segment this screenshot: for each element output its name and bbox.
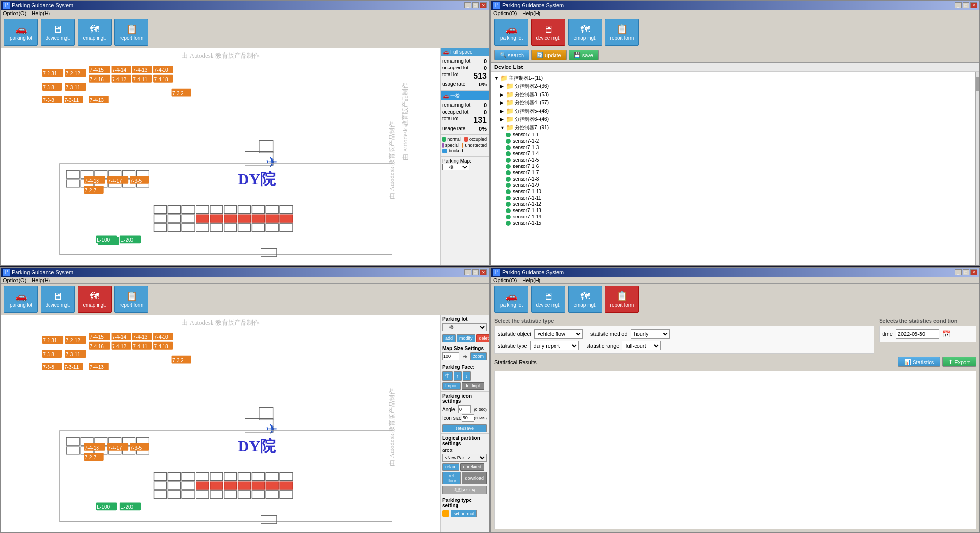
tree-node-11[interactable]: sensor7-1-5 xyxy=(505,157,973,163)
parking-lot-btn-1[interactable]: 🚗 parking lot xyxy=(4,19,38,46)
close-btn-1[interactable]: ✕ xyxy=(480,2,487,8)
download-btn[interactable]: download xyxy=(462,472,487,484)
close-btn-2[interactable]: ✕ xyxy=(970,2,977,8)
parking-map-select[interactable]: 一楼 xyxy=(442,164,469,170)
fullscreen-btn[interactable]: 截图(Alt＋A) xyxy=(442,486,487,494)
unrelated-btn[interactable]: unrelated xyxy=(460,463,485,471)
report-form-btn-4[interactable]: 📋 report form xyxy=(605,286,639,313)
minimize-btn-2[interactable]: _ xyxy=(955,2,962,8)
statistic-object-select[interactable]: vehicle flow xyxy=(534,329,583,339)
tree-node-17[interactable]: sensor7-1-11 xyxy=(505,195,973,201)
tree-node-8[interactable]: sensor7-1-2 xyxy=(505,138,973,144)
parking-lot-btn-2[interactable]: 🚗 parking lot xyxy=(494,19,528,46)
maximize-btn-2[interactable]: □ xyxy=(963,2,969,8)
statistics-btn[interactable]: 📊 Statistics xyxy=(898,357,940,367)
svg-text:7-3-8: 7-3-8 xyxy=(43,85,54,90)
zoom-btn[interactable]: zoom xyxy=(470,352,487,360)
parking-lot-btn-3[interactable]: 🚗 parking lot xyxy=(4,286,38,313)
device-tree-scrollbar[interactable] xyxy=(975,72,979,265)
tree-node-12[interactable]: sensor7-1-6 xyxy=(505,163,973,169)
tree-node-13[interactable]: sensor7-1-7 xyxy=(505,169,973,176)
tree-node-10[interactable]: sensor7-1-4 xyxy=(505,150,973,157)
tree-node-14[interactable]: sensor7-1-8 xyxy=(505,176,973,182)
minimize-btn-1[interactable]: _ xyxy=(464,2,471,8)
maximize-btn-1[interactable]: □ xyxy=(472,2,479,8)
tree-node-20[interactable]: sensor7-1-14 xyxy=(505,214,973,220)
device-mgt-btn-3[interactable]: 🖥 device mgt. xyxy=(41,286,75,313)
tree-node-1[interactable]: ▶ 📁 分控制器2--(36) xyxy=(499,82,973,90)
relate-btn[interactable]: relate xyxy=(442,463,459,471)
parking-lot-btn-4[interactable]: 🚗 parking lot xyxy=(494,286,528,313)
statistic-type-select[interactable]: daily report xyxy=(530,341,579,350)
title-bar-1: P Parking Guidance System _ □ ✕ xyxy=(1,1,489,10)
statistic-method-select[interactable]: hourly xyxy=(631,329,670,339)
emap-mgt-btn-3[interactable]: 🗺 emap mgt. xyxy=(78,286,112,313)
close-btn-4[interactable]: ✕ xyxy=(970,269,977,275)
save-btn[interactable]: 💾 save xyxy=(569,50,599,60)
search-btn[interactable]: 🔍 search xyxy=(494,50,529,60)
tree-node-15[interactable]: sensor7-1-9 xyxy=(505,182,973,188)
report-form-btn-1[interactable]: 📋 report form xyxy=(114,19,148,46)
export-btn[interactable]: ⬆ Export xyxy=(942,357,976,367)
report-form-btn-3[interactable]: 📋 report form xyxy=(114,286,148,313)
statistic-range-select[interactable]: full-court xyxy=(622,341,661,350)
tree-node-4[interactable]: ▶ 📁 分控制器5--(48) xyxy=(499,107,973,115)
angle-input[interactable] xyxy=(458,405,471,413)
face-zh-btn[interactable]: 中 xyxy=(442,371,453,381)
map-area-3[interactable]: 由 Autodesk 教育版产品制作 由 Autodesk 教育版产品制作 7-… xyxy=(1,315,440,532)
menu-option-2[interactable]: Option(O) xyxy=(493,10,517,16)
maximize-btn-4[interactable]: □ xyxy=(963,269,969,275)
maximize-btn-3[interactable]: □ xyxy=(472,269,479,275)
tree-node-18[interactable]: sensor7-1-12 xyxy=(505,201,973,207)
set-save-btn[interactable]: set&save xyxy=(442,424,487,432)
emap-mgt-btn-1[interactable]: 🗺 emap mgt. xyxy=(78,19,112,46)
tree-node-7[interactable]: sensor7-1-1 xyxy=(505,132,973,138)
set-normal-btn[interactable]: set normal xyxy=(451,510,477,517)
face-down-btn[interactable]: ↓ xyxy=(463,371,471,381)
icon-size-label: Icon size xyxy=(442,416,461,421)
map-area-1[interactable]: 由 Autodesk 教育版产品制作 由 Autodesk 教育版产品制作 7-… xyxy=(1,48,440,265)
tree-node-21[interactable]: sensor7-1-15 xyxy=(505,220,973,226)
time-input[interactable] xyxy=(896,329,939,339)
tree-node-19[interactable]: sensor7-1-13 xyxy=(505,207,973,214)
tree-node-2[interactable]: ▶ 📁 分控制器3--(53) xyxy=(499,90,973,99)
update-btn[interactable]: 🔄 update xyxy=(531,50,567,60)
close-btn-3[interactable]: ✕ xyxy=(480,269,487,275)
del-impl-btn[interactable]: del.Impl. xyxy=(462,382,484,390)
total-lot-value: 513 xyxy=(474,72,487,81)
import-btn[interactable]: Import xyxy=(442,382,461,390)
device-mgt-btn-1[interactable]: 🖥 device mgt. xyxy=(41,19,75,46)
tree-node-3[interactable]: ▶ 📁 分控制器4--(57) xyxy=(499,99,973,107)
tree-node-5[interactable]: ▶ 📁 分控制器6--(46) xyxy=(499,115,973,123)
menu-help-1[interactable]: Help(H) xyxy=(32,10,50,16)
modify-btn[interactable]: modify xyxy=(457,334,475,342)
menu-help-3[interactable]: Help(H) xyxy=(32,277,50,283)
tree-node-0[interactable]: ▼ 📁 主控制器1--(11) xyxy=(493,74,973,82)
calendar-icon[interactable]: 📅 xyxy=(942,330,950,338)
menu-option-4[interactable]: Option(O) xyxy=(493,277,517,283)
delete-btn[interactable]: delete xyxy=(476,334,489,342)
emap-mgt-btn-2[interactable]: 🗺 emap mgt. xyxy=(568,19,602,46)
icon-size-input[interactable] xyxy=(462,414,474,422)
tree-node-16[interactable]: sensor7-1-10 xyxy=(505,188,973,195)
device-mgt-btn-4[interactable]: 🖥 device mgt. xyxy=(531,286,565,313)
map-size-input[interactable] xyxy=(442,352,459,360)
emap-mgt-btn-4[interactable]: 🗺 emap mgt. xyxy=(568,286,602,313)
menu-option-3[interactable]: Option(O) xyxy=(3,277,26,283)
device-tree[interactable]: ▼ 📁 主控制器1--(11) ▶ 📁 分控制器2--(36) ▶ 📁 分控制器… xyxy=(491,72,975,265)
add-btn[interactable]: add xyxy=(442,334,456,342)
menu-help-2[interactable]: Help(H) xyxy=(522,10,540,16)
parking-lot-select[interactable]: 一楼 xyxy=(442,323,487,331)
tree-node-9[interactable]: sensor7-1-3 xyxy=(505,144,973,150)
device-mgt-btn-2[interactable]: 🖥 device mgt. xyxy=(531,19,565,46)
report-form-btn-2[interactable]: 📋 report form xyxy=(605,19,639,46)
menu-help-4[interactable]: Help(H) xyxy=(522,277,540,283)
menu-option-1[interactable]: Option(O) xyxy=(3,10,26,16)
minimize-btn-3[interactable]: _ xyxy=(464,269,471,275)
face-up-btn[interactable]: ↑ xyxy=(454,371,462,381)
tree-node-6[interactable]: ▼ 📁 分控制器7--(91) xyxy=(499,123,973,132)
rel-floor-btn[interactable]: rel. floor xyxy=(442,472,461,484)
statistical-results-label: Statistical Results xyxy=(494,359,537,365)
area-select[interactable]: <New Par...> xyxy=(442,454,487,462)
minimize-btn-4[interactable]: _ xyxy=(955,269,962,275)
